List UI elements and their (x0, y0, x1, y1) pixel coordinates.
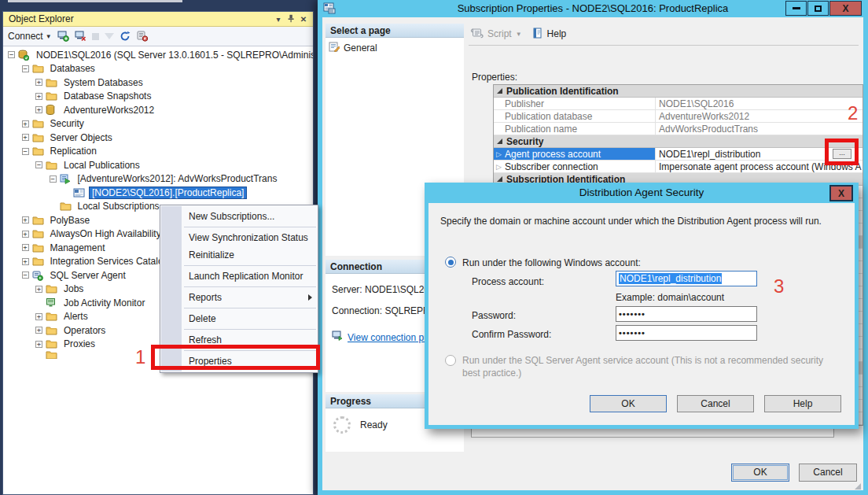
select-a-page-header: Select a page (326, 24, 464, 38)
password-input[interactable]: ••••••• (616, 306, 757, 322)
expand-icon[interactable]: + (22, 231, 29, 238)
tree-item-system-databases[interactable]: +System Databases (3, 76, 313, 90)
tree-item-label: Security (48, 117, 86, 130)
expand-icon[interactable]: + (35, 313, 42, 320)
refresh-icon[interactable] (120, 31, 131, 42)
menu-item-reports[interactable]: Reports (160, 289, 318, 306)
expand-icon[interactable]: + (35, 341, 42, 348)
tree-item-databases[interactable]: −Databases (3, 62, 313, 76)
grid-property-value: NODE1\repl_distribution (659, 149, 760, 160)
grid-row-publication-name[interactable]: Publication nameAdvWorksProductTrans (494, 123, 862, 135)
grid-category-security[interactable]: Security (494, 135, 862, 148)
filter-icon (105, 33, 114, 39)
help-icon (532, 28, 543, 41)
screenshot-root: Object Explorer ▾ ✕ Connect ▼ (0, 0, 868, 495)
monitor-icon (46, 297, 58, 308)
tree-item-local-publications[interactable]: −Local Publications (3, 158, 313, 172)
grid-name-cell: Publication name (494, 123, 656, 135)
folder-icon (32, 228, 45, 239)
object-explorer-title: Object Explorer (9, 13, 272, 24)
grid-row-publisher[interactable]: PublisherNODE1\SQL2016 (494, 98, 862, 110)
tree-item-label: Jobs (61, 283, 86, 295)
tree-item-server-objects[interactable]: +Server Objects (3, 131, 313, 145)
close-button[interactable]: X (829, 1, 862, 16)
folder-icon (32, 215, 45, 226)
pin-icon[interactable] (285, 14, 297, 24)
connect-server-icon[interactable] (57, 31, 69, 42)
collapse-icon[interactable]: − (50, 175, 57, 183)
help-button[interactable]: Help (547, 28, 567, 39)
tree-item-label: AdventureWorks2012 (61, 104, 156, 116)
security-close-button[interactable]: X (829, 185, 853, 201)
minimize-button[interactable] (785, 1, 807, 16)
tree-item-node2-sql2016-productreplica[interactable]: [NODE2\SQL2016].[ProductReplica] (3, 186, 313, 200)
chevron-down-icon[interactable]: ▼ (516, 31, 522, 38)
category-collapse-icon (497, 88, 502, 94)
grid-property-name: Publisher (505, 98, 544, 109)
expand-icon[interactable]: + (35, 286, 42, 293)
tree-item-label: System Databases (61, 76, 145, 89)
tree-item-database-snapshots[interactable]: +Database Snapshots (3, 90, 313, 104)
tree-item-label: [AdventureWorks2012]: AdvWorksProductTra… (75, 172, 280, 185)
grid-property-name: Agent process account (505, 149, 601, 160)
process-account-input[interactable]: NODE1\repl_distribution (616, 271, 757, 286)
expand-icon[interactable]: + (35, 327, 42, 334)
expand-icon[interactable]: + (22, 134, 29, 141)
expand-arrow-icon: ▷ (496, 163, 505, 171)
grid-category-publication-identification[interactable]: Publication Identification (494, 85, 862, 98)
grid-row-publication-database[interactable]: Publication databaseAdventureWorks2012 (494, 110, 862, 123)
tree-item-adventureworks2012-advworksproducttrans[interactable]: −[AdventureWorks2012]: AdvWorksProductTr… (3, 172, 313, 187)
tree-item-adventureworks2012[interactable]: +AdventureWorks2012 (3, 103, 313, 117)
ok-button[interactable]: OK (731, 464, 789, 482)
expand-icon[interactable]: + (22, 244, 29, 251)
properties-label: Properties: (472, 72, 517, 83)
collapse-icon[interactable]: − (22, 148, 29, 155)
subscription-icon (73, 187, 86, 198)
disconnect-server-icon[interactable] (75, 31, 86, 42)
connect-button[interactable]: Connect ▼ (8, 31, 52, 42)
expand-icon[interactable]: + (22, 120, 29, 127)
tree-item-security[interactable]: +Security (3, 117, 313, 131)
menu-item-delete[interactable]: Delete (160, 310, 318, 327)
menu-item-new-subscriptions[interactable]: New Subscriptions... (160, 208, 318, 225)
security-help-button[interactable]: Help (764, 395, 841, 412)
cancel-button[interactable]: Cancel (799, 464, 857, 482)
windows-account-radio[interactable] (445, 257, 456, 268)
grid-row-agent-process-account[interactable]: ▷Agent process accountNODE1\repl_distrib… (494, 148, 862, 161)
annotation-step-3: 3 (774, 275, 784, 297)
collapse-icon[interactable]: − (22, 65, 29, 72)
folder-icon (46, 351, 58, 359)
menu-item-label: Refresh (189, 334, 222, 345)
tree-item-node1-sql2016-sql-server-13-0-1601-5-sql[interactable]: −NODE1\SQL2016 (SQL Server 13.0.1601.5 -… (3, 48, 313, 62)
expand-icon[interactable]: + (22, 216, 29, 223)
security-dialog-title: Distribution Agent Security (425, 183, 859, 203)
script-icon (470, 28, 484, 41)
collapse-icon[interactable]: − (22, 272, 29, 279)
menu-item-launch-replication-monitor[interactable]: Launch Replication Monitor (160, 268, 318, 285)
tree-item-replication[interactable]: −Replication (3, 145, 313, 159)
expand-icon[interactable]: + (35, 79, 42, 86)
expand-icon[interactable]: + (35, 93, 42, 100)
expand-icon[interactable]: + (35, 106, 42, 113)
tree-item-label: SQL Server Agent (48, 269, 128, 282)
chevron-down-icon[interactable]: ▾ (272, 15, 285, 24)
script-button[interactable]: Script (487, 28, 512, 39)
grid-property-value: AdventureWorks2012 (659, 111, 749, 122)
maximize-button[interactable] (807, 1, 829, 16)
close-icon[interactable]: ✕ (297, 15, 310, 24)
collapse-icon[interactable]: − (35, 161, 42, 168)
menu-item-view-synchronization-status[interactable]: View Synchronization Status (160, 229, 318, 246)
confirm-password-input[interactable]: ••••••• (616, 325, 757, 341)
distribution-agent-security-dialog: Distribution Agent Security X Specify th… (425, 183, 859, 429)
grid-row-subscriber-connection[interactable]: ▷Subscriber connectionImpersonate agent … (494, 161, 862, 173)
page-item-general[interactable]: General (326, 38, 464, 54)
expand-icon[interactable]: + (22, 258, 29, 265)
tree-item-label: Management (48, 242, 108, 254)
security-ok-button[interactable]: OK (590, 395, 667, 412)
example-hint: Example: domain\account (616, 292, 724, 303)
collapse-icon[interactable]: − (8, 51, 15, 58)
script-error-icon[interactable] (136, 31, 149, 42)
grid-property-value: AdvWorksProductTrans (659, 124, 758, 135)
menu-item-reinitialize[interactable]: Reinitialize (160, 246, 318, 264)
security-cancel-button[interactable]: Cancel (677, 395, 754, 412)
